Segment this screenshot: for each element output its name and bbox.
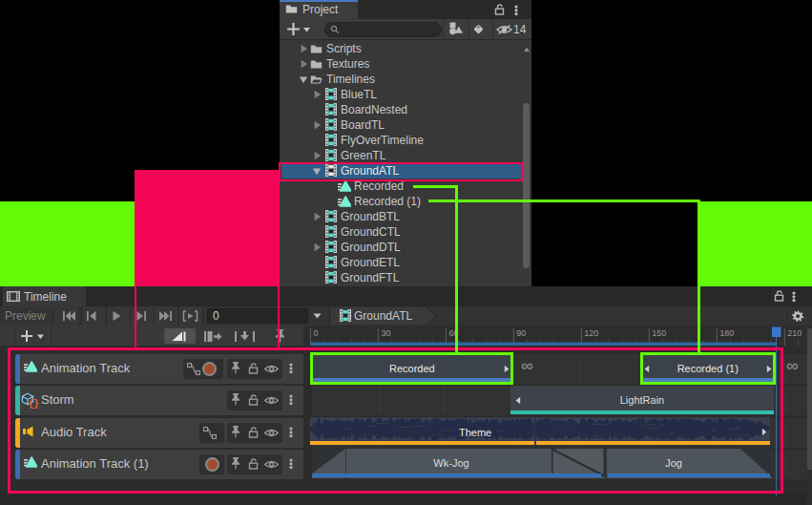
svg-text:90: 90: [516, 328, 526, 338]
svg-text:0: 0: [313, 328, 318, 338]
svg-text:30: 30: [381, 328, 390, 338]
svg-text:210: 210: [787, 328, 802, 338]
svg-text:120: 120: [584, 328, 598, 338]
svg-text:180: 180: [719, 328, 734, 338]
svg-text:150: 150: [652, 328, 666, 338]
